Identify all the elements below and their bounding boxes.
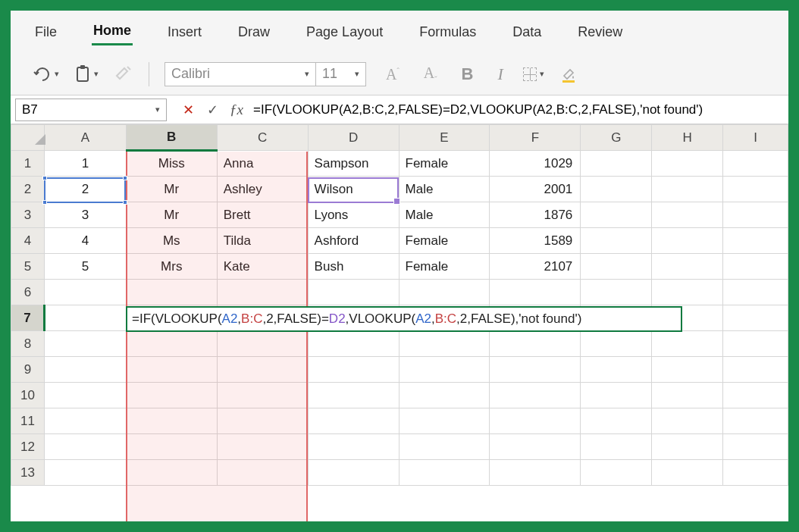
cell-A2[interactable]: 2 (44, 177, 126, 202)
row-header-13[interactable]: 13 (11, 460, 45, 486)
row-header-5[interactable]: 5 (11, 254, 45, 280)
cell-E13[interactable] (399, 460, 490, 486)
row-header-3[interactable]: 3 (11, 202, 45, 228)
cell-D4[interactable]: Ashford (308, 228, 399, 254)
cell-D2[interactable]: Wilson (308, 177, 399, 202)
cell-F1[interactable]: 1029 (490, 151, 581, 177)
cell-F3[interactable]: 1876 (490, 202, 581, 228)
decrease-font-button[interactable]: Aˇ (419, 65, 442, 83)
cell-B11[interactable] (126, 408, 217, 434)
cell-C1[interactable]: Anna (217, 151, 308, 177)
cell-H9[interactable] (652, 357, 723, 383)
select-all-corner[interactable] (11, 125, 45, 151)
cell-D3[interactable]: Lyons (308, 202, 399, 228)
cell-H2[interactable] (652, 177, 723, 202)
cell-I2[interactable] (723, 177, 788, 202)
insert-function-button[interactable]: ƒx (224, 102, 249, 118)
cell-D12[interactable] (308, 434, 399, 460)
formula-input[interactable]: =IF(VLOOKUP(A2,B:C,2,FALSE)=D2,VLOOKUP(A… (249, 99, 788, 121)
bold-button[interactable]: B (457, 64, 478, 84)
cell-F6[interactable] (490, 280, 581, 305)
cell-C8[interactable] (217, 331, 308, 357)
row-header-11[interactable]: 11 (11, 408, 45, 434)
cell-D8[interactable] (308, 331, 399, 357)
cell-E10[interactable] (399, 383, 490, 408)
cell-A10[interactable] (44, 383, 126, 408)
row-header-9[interactable]: 9 (11, 357, 45, 383)
row-header-2[interactable]: 2 (11, 177, 45, 202)
cell-A9[interactable] (44, 357, 126, 383)
cell-F9[interactable] (490, 357, 581, 383)
cell-B2[interactable]: Mr (126, 177, 217, 202)
cell-E9[interactable] (399, 357, 490, 383)
cell-G3[interactable] (581, 202, 652, 228)
row-header-4[interactable]: 4 (11, 228, 45, 254)
cell-B3[interactable]: Mr (126, 202, 217, 228)
cell-E12[interactable] (399, 434, 490, 460)
cell-C4[interactable]: Tilda (217, 228, 308, 254)
cell-G12[interactable] (581, 434, 652, 460)
cell-F5[interactable]: 2107 (490, 254, 581, 280)
row-header-8[interactable]: 8 (11, 331, 45, 357)
cancel-button[interactable]: ✕ (176, 102, 200, 118)
cell-A7[interactable] (44, 305, 126, 331)
cell-G1[interactable] (581, 151, 652, 177)
cell-F12[interactable] (490, 434, 581, 460)
col-header-A[interactable]: A (44, 125, 126, 151)
cell-H12[interactable] (652, 434, 723, 460)
tab-review[interactable]: Review (576, 20, 624, 45)
cell-D13[interactable] (308, 460, 399, 486)
row-header-6[interactable]: 6 (11, 280, 45, 305)
cell-D1[interactable]: Sampson (308, 151, 399, 177)
cell-C10[interactable] (217, 383, 308, 408)
cell-G2[interactable] (581, 177, 652, 202)
cell-G5[interactable] (581, 254, 652, 280)
cell-G8[interactable] (581, 331, 652, 357)
cell-B13[interactable] (126, 460, 217, 486)
cell-F10[interactable] (490, 383, 581, 408)
cell-F8[interactable] (490, 331, 581, 357)
col-header-E[interactable]: E (399, 125, 490, 151)
cell-I7[interactable] (723, 305, 788, 331)
tab-data[interactable]: Data (511, 20, 543, 45)
cell-E4[interactable]: Female (399, 228, 490, 254)
enter-button[interactable]: ✓ (200, 102, 224, 118)
font-size-select[interactable]: 11 ▾ (316, 62, 366, 86)
col-header-B[interactable]: B (126, 125, 217, 151)
cell-A4[interactable]: 4 (44, 228, 126, 254)
cell-D5[interactable]: Bush (308, 254, 399, 280)
cell-C2[interactable]: Ashley (217, 177, 308, 202)
cell-B12[interactable] (126, 434, 217, 460)
cell-I1[interactable] (723, 151, 788, 177)
cell-B6[interactable] (126, 280, 217, 305)
font-select[interactable]: Calibri ▾ (164, 62, 316, 86)
borders-button[interactable]: ▾ (523, 67, 544, 81)
cell-I11[interactable] (723, 408, 788, 434)
cell-F2[interactable]: 2001 (490, 177, 581, 202)
name-box[interactable]: B7 ▾ (15, 99, 167, 121)
cell-I13[interactable] (723, 460, 788, 486)
cell-D11[interactable] (308, 408, 399, 434)
cell-I10[interactable] (723, 383, 788, 408)
tab-home[interactable]: Home (92, 18, 133, 45)
cell-H13[interactable] (652, 460, 723, 486)
cell-E6[interactable] (399, 280, 490, 305)
cell-A1[interactable]: 1 (44, 151, 126, 177)
row-header-1[interactable]: 1 (11, 151, 45, 177)
col-header-F[interactable]: F (490, 125, 581, 151)
tab-file[interactable]: File (33, 20, 58, 45)
worksheet-grid[interactable]: A B C D E F G H I 1 1 Miss Anna Sampson … (11, 124, 788, 521)
cell-I6[interactable] (723, 280, 788, 305)
cell-H4[interactable] (652, 228, 723, 254)
cell-H3[interactable] (652, 202, 723, 228)
cell-editor[interactable]: =IF(VLOOKUP(A2,B:C,2,FALSE)=D2,VLOOKUP(A… (126, 306, 682, 332)
cell-B10[interactable] (126, 383, 217, 408)
cell-A11[interactable] (44, 408, 126, 434)
tab-pagelayout[interactable]: Page Layout (305, 20, 384, 45)
increase-font-button[interactable]: Aˆ (381, 67, 404, 82)
cell-A8[interactable] (44, 331, 126, 357)
fill-color-button[interactable] (559, 65, 578, 83)
col-header-C[interactable]: C (217, 125, 308, 151)
format-painter-button[interactable] (114, 64, 133, 85)
cell-E11[interactable] (399, 408, 490, 434)
